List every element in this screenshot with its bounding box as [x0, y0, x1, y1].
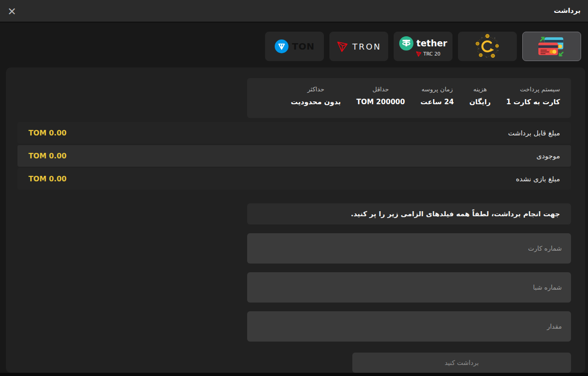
- ton-label: TON: [292, 41, 315, 52]
- card-number-field-wrap: [247, 233, 571, 264]
- balance-row-balance: موجودی TOM 0.00: [17, 145, 571, 167]
- card-to-card-icon: [537, 36, 566, 57]
- payment-method-coin[interactable]: [458, 32, 517, 61]
- payment-method-tether-trc20[interactable]: tether TRC 20: [394, 32, 452, 61]
- ton-icon: [275, 39, 288, 53]
- info-col-process-time: زمان پروسه 24 ساعت: [420, 85, 454, 118]
- close-button[interactable]: ✕: [4, 3, 20, 20]
- form-instruction: جهت انجام برداشت، لطفاً همه فیلدهای الزا…: [247, 203, 571, 224]
- info-col-maximum: حداکثر بدون محدودیت: [291, 85, 341, 118]
- balance-list: مبلغ قابل برداشت TOM 0.00 موجودی TOM 0.0…: [17, 122, 571, 191]
- info-col-payment-system: سیستم پرداخت کارت به کارت 1: [506, 85, 560, 118]
- trc20-tron-icon: [416, 51, 422, 57]
- tron-icon: [336, 40, 349, 53]
- tron-label: TRON: [352, 42, 381, 51]
- card-number-input[interactable]: [247, 233, 571, 264]
- payment-info-table: سیستم پرداخت کارت به کارت 1 هزینه رایگان…: [247, 78, 571, 118]
- sheba-number-input[interactable]: [247, 272, 571, 303]
- payment-method-tron[interactable]: TRON: [329, 32, 388, 61]
- close-icon: ✕: [7, 6, 16, 17]
- tether-icon: [399, 36, 413, 51]
- tether-label: tether: [417, 38, 447, 48]
- amount-input[interactable]: [247, 311, 571, 342]
- balance-row-withdrawable: مبلغ قابل برداشت TOM 0.00: [17, 122, 571, 144]
- trc20-label: TRC 20: [424, 51, 441, 56]
- info-col-minimum: حداقل TOM 200000: [356, 85, 405, 118]
- payment-method-tabs: TON TRON tether: [265, 32, 581, 61]
- sheba-number-field-wrap: [247, 272, 571, 303]
- coin-network-icon: [475, 34, 500, 59]
- amount-field-wrap: [247, 311, 571, 342]
- balance-value: TOM 0.00: [28, 152, 67, 160]
- balance-value: TOM 0.00: [28, 129, 67, 137]
- dialog-titlebar: ✕ برداشت: [0, 0, 588, 23]
- page-title: برداشت: [554, 0, 581, 22]
- withdraw-submit-button[interactable]: برداشت کنید: [352, 353, 571, 373]
- balance-value: TOM 0.00: [28, 175, 67, 183]
- info-col-fee: هزینه رایگان: [469, 85, 491, 118]
- payment-method-card-to-card[interactable]: [522, 32, 581, 61]
- payment-method-ton[interactable]: TON: [265, 32, 324, 61]
- balance-row-unplayed: مبلغ بازی نشده TOM 0.00: [17, 168, 571, 190]
- withdrawal-panel: سیستم پرداخت کارت به کارت 1 هزینه رایگان…: [6, 67, 585, 373]
